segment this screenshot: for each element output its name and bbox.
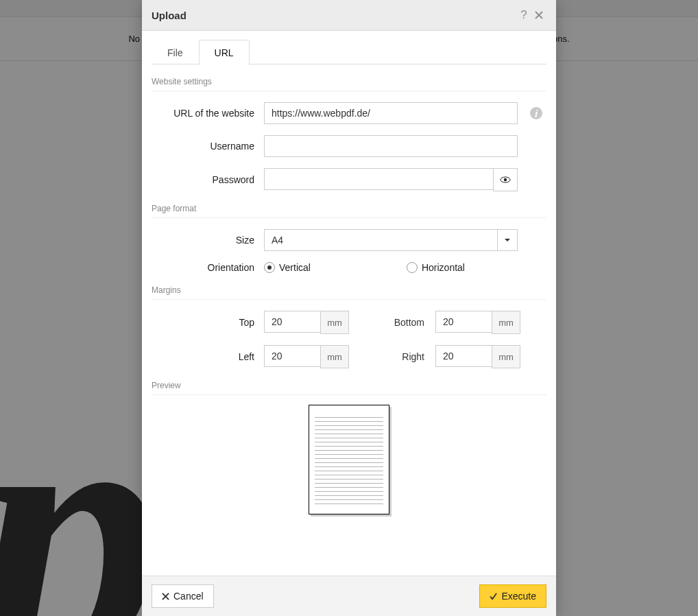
close-icon[interactable]: [531, 8, 546, 23]
row-margin-top: Top mm: [152, 311, 349, 334]
close-icon: [162, 593, 169, 600]
svg-point-1: [504, 178, 507, 181]
row-password: Password: [152, 168, 546, 191]
section-margins: Margins: [152, 285, 546, 300]
row-size: Size A4: [152, 229, 546, 251]
row-margin-right: Right mm: [370, 345, 546, 368]
margin-right-input[interactable]: [435, 345, 492, 367]
size-select[interactable]: A4: [264, 229, 518, 251]
margins-grid: Top mm Bottom mm Left mm: [152, 311, 546, 368]
row-margin-bottom: Bottom mm: [370, 311, 546, 334]
label-orientation: Orientation: [152, 262, 264, 273]
size-select-value: A4: [265, 230, 497, 250]
unit-mm: mm: [492, 345, 520, 368]
check-icon: [490, 593, 497, 600]
label-size: Size: [152, 235, 264, 246]
radio-vertical[interactable]: Vertical: [264, 262, 311, 273]
execute-button-label: Execute: [501, 591, 536, 602]
margin-top-input[interactable]: [264, 311, 320, 333]
url-input[interactable]: [264, 102, 518, 124]
label-password: Password: [152, 174, 264, 185]
username-input[interactable]: [264, 135, 518, 157]
section-page-format: Page format: [152, 204, 546, 218]
tab-file[interactable]: File: [152, 40, 199, 64]
tab-url[interactable]: URL: [199, 40, 250, 64]
cancel-button-label: Cancel: [173, 591, 204, 602]
margin-bottom-input[interactable]: [435, 311, 492, 333]
password-input[interactable]: [264, 168, 493, 190]
execute-button[interactable]: Execute: [479, 584, 546, 608]
radio-dot-icon: [407, 262, 418, 273]
section-preview: Preview: [152, 381, 546, 395]
unit-mm: mm: [320, 345, 349, 368]
radio-vertical-label: Vertical: [279, 262, 311, 273]
cancel-button[interactable]: Cancel: [152, 584, 214, 608]
upload-dialog: Upload ? File URL Website settings URL o…: [142, 0, 556, 616]
chevron-down-icon: [497, 230, 517, 250]
page-preview: [309, 405, 389, 514]
radio-horizontal-label: Horizontal: [422, 262, 465, 273]
row-orientation: Orientation Vertical Horizontal: [152, 262, 546, 273]
dialog-header: Upload ?: [142, 0, 556, 31]
info-icon[interactable]: i: [530, 107, 542, 119]
row-url: URL of the website i: [152, 102, 546, 124]
unit-mm: mm: [492, 311, 520, 334]
radio-horizontal[interactable]: Horizontal: [407, 262, 465, 273]
label-username: Username: [152, 141, 264, 152]
section-website-settings: Website settings: [152, 77, 546, 91]
unit-mm: mm: [320, 311, 349, 334]
label-margin-bottom: Bottom: [370, 317, 435, 328]
preview-area: [152, 405, 546, 521]
dialog-title: Upload: [152, 10, 516, 21]
label-url: URL of the website: [152, 108, 264, 119]
row-margin-left: Left mm: [152, 345, 349, 368]
radio-dot-icon: [264, 262, 275, 273]
label-margin-top: Top: [152, 317, 264, 328]
dialog-footer: Cancel Execute: [142, 576, 556, 616]
tabs: File URL: [152, 39, 546, 64]
row-username: Username: [152, 135, 546, 157]
help-icon[interactable]: ?: [516, 8, 531, 23]
label-margin-right: Right: [370, 351, 435, 362]
dialog-body: File URL Website settings URL of the web…: [142, 31, 556, 576]
toggle-password-visibility-icon[interactable]: [493, 168, 518, 191]
margin-left-input[interactable]: [264, 345, 320, 367]
label-margin-left: Left: [152, 351, 264, 362]
